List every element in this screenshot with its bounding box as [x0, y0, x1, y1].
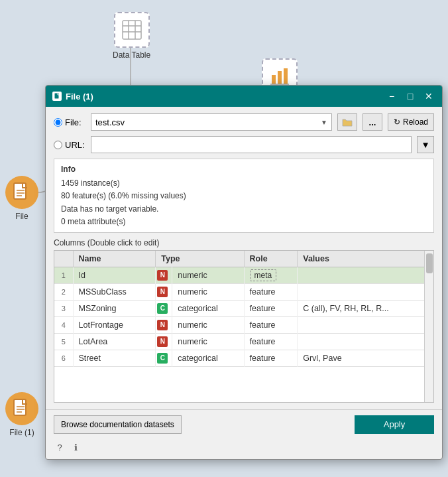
- dialog-footer: Browse documentation datasets Apply: [46, 409, 442, 439]
- info-icon-button[interactable]: ℹ: [70, 442, 82, 454]
- cell-values: [298, 333, 433, 350]
- folder-icon: [342, 117, 353, 127]
- cell-num: 6: [54, 350, 73, 366]
- col-values-header: Values: [298, 251, 433, 267]
- table-row[interactable]: 3MSZoningCcategoricalfeatureC (all), FV,…: [54, 300, 433, 316]
- url-radio[interactable]: [54, 141, 62, 149]
- scrollbar-thumb: [426, 253, 433, 273]
- file-left-icon: [5, 176, 38, 209]
- info-line1: 1459 instance(s): [61, 177, 427, 190]
- file-left-label: File: [15, 212, 28, 221]
- reload-label: Reload: [403, 117, 428, 127]
- cell-role: feature: [244, 283, 298, 300]
- cell-name: MSSubClass: [73, 283, 156, 300]
- dialog-body: File: test.csv ▼ ... ↻ Reload: [46, 107, 442, 409]
- datatable-label: Data Table: [113, 50, 150, 60]
- cell-type-label: numeric: [172, 283, 244, 300]
- url-radio-label[interactable]: URL:: [54, 140, 85, 150]
- cell-type-label: categorical: [172, 300, 244, 316]
- table-row[interactable]: 5LotAreaNnumericfeature: [54, 333, 433, 350]
- file-label-text: File:: [65, 117, 82, 127]
- reload-button[interactable]: ↻ Reload: [388, 113, 434, 131]
- help-icon: ?: [57, 443, 62, 452]
- cell-values: [298, 283, 433, 300]
- node-file-bottom[interactable]: File (1): [5, 392, 38, 437]
- cell-values: [298, 267, 433, 283]
- file-combo[interactable]: test.csv ▼: [91, 113, 332, 131]
- canvas-background: Data Table File: [0, 0, 448, 477]
- file-radio[interactable]: [54, 118, 62, 127]
- apply-button[interactable]: Apply: [355, 415, 434, 434]
- close-button[interactable]: ✕: [422, 90, 435, 103]
- cell-type-badge: N: [156, 316, 172, 333]
- table-header-row: Name Type Role Values: [54, 251, 433, 267]
- maximize-button[interactable]: □: [404, 90, 417, 103]
- file-left-svg: [13, 182, 30, 202]
- folder-icon-button[interactable]: [337, 113, 357, 131]
- cell-num: 1: [54, 267, 73, 283]
- info-line4: 0 meta attribute(s): [61, 216, 427, 228]
- cell-role: feature: [244, 316, 298, 333]
- table-row[interactable]: 1IdNnumericmeta: [54, 267, 433, 283]
- cell-role: feature: [244, 350, 298, 366]
- cell-values: Grvl, Pave: [298, 350, 433, 366]
- dialog-window-controls: − □ ✕: [385, 90, 435, 103]
- info-line3: Data has no target variable.: [61, 203, 427, 216]
- cell-type-badge: C: [156, 350, 172, 366]
- url-label-text: URL:: [65, 140, 85, 150]
- dialog-title-text: File (1): [66, 92, 93, 102]
- title-file-icon: [54, 93, 60, 100]
- cell-name: MSZoning: [73, 300, 156, 316]
- node-datatable[interactable]: Data Table: [113, 12, 150, 60]
- cell-values: C (all), FV, RH, RL, R...: [298, 300, 433, 316]
- cell-num: 5: [54, 333, 73, 350]
- url-dropdown-button[interactable]: ▼: [417, 136, 434, 153]
- cell-name: Street: [73, 350, 156, 366]
- info-icon: ℹ: [74, 443, 78, 452]
- browse-label: Browse documentation datasets: [61, 420, 174, 429]
- cell-type-label: numeric: [172, 316, 244, 333]
- dialog-bottom-icons: ? ℹ: [46, 439, 442, 459]
- data-table-wrapper: Name Type Role Values 1IdNnumericmeta2MS…: [54, 250, 434, 403]
- table-row[interactable]: 2MSSubClassNnumericfeature: [54, 283, 433, 300]
- cell-type-badge: N: [156, 333, 172, 350]
- info-line2: 80 feature(s) (6.0% missing values): [61, 190, 427, 202]
- file-dialog: File (1) − □ ✕ File: test.csv ▼: [45, 85, 443, 460]
- svg-rect-13: [14, 399, 26, 415]
- dialog-title-icon: [52, 92, 62, 101]
- cell-type-badge: C: [156, 300, 172, 316]
- minimize-button[interactable]: −: [385, 90, 398, 103]
- columns-label: Columns (Double click to edit): [54, 238, 434, 247]
- datatable-icon-box: [114, 12, 150, 48]
- ellipsis-button[interactable]: ...: [363, 113, 382, 131]
- dialog-title-left: File (1): [52, 92, 93, 102]
- file-bottom-label: File (1): [9, 428, 34, 437]
- svg-rect-17: [54, 93, 59, 99]
- node-file-left[interactable]: File: [5, 176, 38, 221]
- browse-documentation-button[interactable]: Browse documentation datasets: [54, 415, 182, 434]
- url-input[interactable]: [91, 136, 412, 153]
- cell-values: [298, 316, 433, 333]
- ellipsis-label: ...: [369, 117, 376, 127]
- cell-role: feature: [244, 333, 298, 350]
- table-row[interactable]: 4LotFrontageNnumericfeature: [54, 316, 433, 333]
- table-body: 1IdNnumericmeta2MSSubClassNnumericfeatur…: [54, 267, 433, 366]
- table-row[interactable]: 6StreetCcategoricalfeatureGrvl, Pave: [54, 350, 433, 366]
- cell-type-label: numeric: [172, 333, 244, 350]
- cell-name: LotFrontage: [73, 316, 156, 333]
- apply-label: Apply: [384, 419, 406, 429]
- col-role-header: Role: [244, 251, 298, 267]
- cell-type-badge: N: [156, 283, 172, 300]
- cell-num: 3: [54, 300, 73, 316]
- info-title: Info: [61, 163, 427, 176]
- url-row: URL: ▼: [54, 136, 434, 153]
- file-radio-label[interactable]: File:: [54, 117, 85, 127]
- cell-type-label: categorical: [172, 350, 244, 366]
- cell-type-label: numeric: [172, 267, 244, 283]
- help-icon-button[interactable]: ?: [54, 442, 66, 454]
- col-name-header: Name: [73, 251, 156, 267]
- col-type-header: Type: [156, 251, 244, 267]
- svg-rect-5: [272, 75, 276, 84]
- table-scrollbar[interactable]: [424, 251, 433, 402]
- info-section: Info 1459 instance(s) 80 feature(s) (6.0…: [54, 159, 434, 233]
